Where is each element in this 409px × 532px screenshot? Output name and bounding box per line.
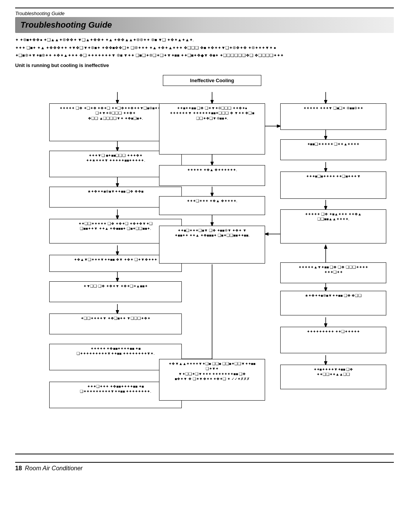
top-divider (15, 8, 394, 8)
header-italic-title: Troubleshooting Guide (15, 11, 65, 16)
footer-label: Room Air Conditioner (25, 465, 83, 472)
flow-box-r7: ✦✦■✦✦✦✦▼✦■■ ❑❖ ✦✦❑❑✦✦▲▲❑❑ (280, 365, 386, 389)
page-wrapper: Troubleshooting Guide Troubleshooting Gu… (0, 0, 409, 483)
section-heading: Unit is running but cooling is ineffecti… (15, 62, 394, 68)
flow-box-r3: ✦✦✦✦✦ ❑❖ ✦■▲✦✦✦ ✦✦❖▲ ❑❑■■▲▲✦✦✦✦. (280, 209, 386, 243)
intro-line-1: ✦ ✦❊■✦❖❖● ✦❑▲▲✦❊❖❖✦ ▼❑▲✦❖❖✦ ✦▲ ✦❖❖▲▲✦❊❊✦… (15, 37, 394, 43)
ineffective-cooling-box: Ineffective Cooling (163, 75, 261, 86)
page-footer: 18 Room Air Conditioner (15, 462, 394, 472)
flow-box-b8: ✦▼❑❑ ❑❖ ✦❖✦▼ ✦❖✦❑✴▲■■✦ (49, 281, 182, 302)
flow-box-b14: ✦✦✦❑✦✦✦ ✦❖▲ ❖✦✦✦✦. (159, 196, 265, 215)
flow-box-b23: ✦❖▼▲▲✦✦✦✦▼✦❑■ ❑❑■ ❑❑■✦❑❑▼✦✦■■ ❏✦▼✦ ▼✦❑❑✦… (159, 359, 265, 401)
flow-box-b3: ✦✦✦✦✦ ✦✦✦▼ ❑■❑✦ ❊■■❊✦✦ (280, 103, 386, 130)
intro-line-3: ✦❑■❊✦▼✦■❊✦✦ ✦❖✦▲✦✦✦ ❖❑ ✦✦✦✦✦✦✦▼ ❊■ ▼✦✦ ❑… (15, 52, 394, 59)
title-bar: Troubleshooting Guide (15, 17, 394, 33)
bottom-divider (15, 454, 394, 454)
intro-line-2: ✦✦✦ ❑■✦ ✦▲ ✦❖❖❖✦✦ ✦▼❖❑▼✦❊■✦ ✦❖❖■❖❖❑✦ ❏❊✦… (15, 45, 394, 51)
page-header: Troubleshooting Guide (15, 11, 394, 16)
flow-box-r4: ✦✦✦✦✦▲▼✦■■ ❑❖ ❑❖ ❑❑❑✦✦✦✦ ✦✦✦❑✦✦ (280, 262, 386, 283)
center-box-label: Ineffective Cooling (190, 78, 234, 83)
footer-number: 18 (15, 465, 22, 472)
flow-box-r2: ✦✦✦■❑■✦✦✦✦ ✦✦❑■✦✦✦▼ (280, 172, 386, 199)
flow-box-b13: ✦✦✦✦✦ ✦❖▲ ❖✦✦✦✦✦✦. (159, 165, 265, 186)
flow-box-b9: ✦❑❑✦✦✦✦▼ ✦❖❑■✦✦ ▼❑❑❑✦❖✦ (49, 314, 182, 334)
flow-box-r5: ★✦❖✦✦■❊■▼✦✦■■ ❑❖ ❖❑❑ (280, 291, 386, 315)
flow-box-b2: ✦✦■✦✦■■ ❑❖ ❑✦▼✦❊❑❑❑ ✦✦❖✦● ✦✦✦✦✦✦▼ ✦✦✦✦✦✦… (159, 103, 265, 154)
page-title: Troubleshooting Guide (20, 20, 389, 30)
flow-box-b15: ✦✦■❑✦✦✦❑■▼ ❑❖ ✦■■❊▼ ✦❖✦ ▼ ✦■■✦✦ ✦✦▲ ✦❖■■… (159, 226, 265, 264)
flow-box-r1: ✦■■❑✦✦✦✦✦ ❑✦✦▲✦✦✦✦ (280, 139, 386, 160)
flowchart: Ineffective Cooling ✦✦✦✦✦ ❑❖ ✦❑✦❖ ✦❖✦❑ ✦… (15, 71, 394, 450)
flow-box-r6: ✦✦✦✦✦✦✦✦✦ ✦✦❑✦✦✦✦✦ (280, 327, 386, 353)
